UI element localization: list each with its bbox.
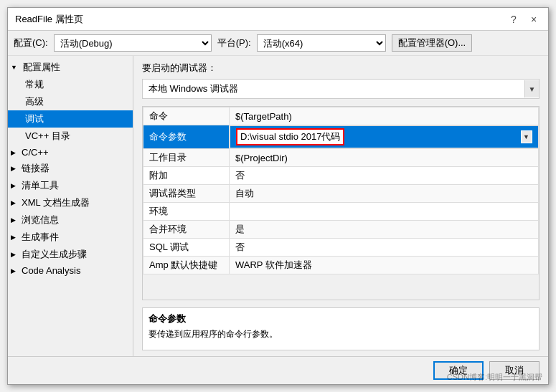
- prop-value-cell: 否: [230, 239, 539, 257]
- sidebar-item-manifest[interactable]: 清单工具: [8, 177, 133, 194]
- sidebar: 配置属性 常规 高级 调试 VC++ 目录 C/C++ 链接器 清单工具: [8, 56, 133, 356]
- prop-name-cell: 命令参数: [143, 125, 230, 149]
- description-area: 命令参数 要传递到应用程序的命令行参数。: [142, 307, 539, 350]
- sidebar-item-linker[interactable]: 链接器: [8, 160, 133, 177]
- prop-value-cell: $(ProjectDir): [230, 149, 539, 167]
- main-area: 配置属性 常规 高级 调试 VC++ 目录 C/C++ 链接器 清单工具: [8, 56, 548, 356]
- dialog: ReadFile 属性页 ? × 配置(C): 活动(Debug) 平台(P):…: [7, 7, 549, 385]
- prop-name-cell: 工作目录: [143, 149, 230, 167]
- debugger-select-row[interactable]: 本地 Windows 调试器 ▼: [142, 79, 539, 99]
- config-manager-button[interactable]: 配置管理器(O)...: [392, 34, 473, 52]
- prop-value-cell: WARP 软件加速器: [230, 257, 539, 274]
- sidebar-item-build-events[interactable]: 生成事件: [8, 229, 133, 246]
- content-area: 要启动的调试器： 本地 Windows 调试器 ▼ 命令$(TargetPath…: [133, 56, 548, 356]
- table-row[interactable]: 环境: [143, 203, 539, 221]
- config-select[interactable]: 活动(Debug): [54, 34, 212, 52]
- sidebar-item-debug[interactable]: 调试: [8, 110, 133, 128]
- watermark: CSDN博客:明明一于黑洞帮: [447, 372, 542, 383]
- title-bar: ReadFile 属性页 ? ×: [8, 8, 548, 31]
- table-row[interactable]: 命令参数D:\visual stdio 2017代码▼: [143, 125, 539, 149]
- properties-table: 命令$(TargetPath)命令参数D:\visual stdio 2017代…: [143, 107, 539, 274]
- sidebar-root[interactable]: 配置属性: [8, 59, 133, 76]
- prop-name-cell: 命令: [143, 107, 230, 125]
- prop-value-cell: 否: [230, 167, 539, 185]
- table-row[interactable]: Amp 默认快捷键WARP 软件加速器: [143, 257, 539, 274]
- dialog-title: ReadFile 属性页: [15, 13, 83, 26]
- debugger-section-label: 要启动的调试器：: [142, 62, 539, 75]
- config-label: 配置(C):: [14, 37, 48, 49]
- debugger-dropdown-arrow[interactable]: ▼: [524, 80, 539, 97]
- table-row[interactable]: 命令$(TargetPath): [143, 107, 539, 125]
- sidebar-item-advanced[interactable]: 高级: [8, 93, 133, 110]
- sidebar-item-cpp[interactable]: C/C++: [8, 145, 133, 160]
- sidebar-item-xml-gen[interactable]: XML 文档生成器: [8, 194, 133, 211]
- prop-value-cell: $(TargetPath): [230, 107, 539, 125]
- prop-value-cell: D:\visual stdio 2017代码▼: [230, 125, 539, 148]
- prop-name-cell: 附加: [143, 167, 230, 185]
- prop-name-cell: 合并环境: [143, 221, 230, 239]
- prop-name-cell: Amp 默认快捷键: [143, 257, 230, 274]
- table-row[interactable]: 合并环境是: [143, 221, 539, 239]
- sidebar-item-custom-build[interactable]: 自定义生成步骤: [8, 246, 133, 263]
- prop-name-cell: SQL 调试: [143, 239, 230, 257]
- help-button[interactable]: ?: [506, 12, 521, 27]
- platform-label: 平台(P):: [217, 37, 251, 49]
- table-row[interactable]: SQL 调试否: [143, 239, 539, 257]
- prop-name-cell: 调试器类型: [143, 185, 230, 203]
- prop-value-cell: 是: [230, 221, 539, 239]
- description-title: 命令参数: [149, 312, 533, 325]
- table-row[interactable]: 调试器类型自动: [143, 185, 539, 203]
- prop-value-cell: 自动: [230, 185, 539, 203]
- sidebar-item-vc-dirs[interactable]: VC++ 目录: [8, 128, 133, 145]
- properties-table-wrapper: 命令$(TargetPath)命令参数D:\visual stdio 2017代…: [142, 106, 539, 300]
- toolbar: 配置(C): 活动(Debug) 平台(P): 活动(x64) 配置管理器(O)…: [8, 31, 548, 56]
- table-row[interactable]: 附加否: [143, 167, 539, 185]
- value-dropdown-arrow[interactable]: ▼: [521, 130, 532, 143]
- prop-value-cell: [230, 203, 539, 221]
- description-text: 要传递到应用程序的命令行参数。: [149, 328, 533, 340]
- sidebar-item-browse[interactable]: 浏览信息: [8, 211, 133, 229]
- sidebar-item-code-analysis[interactable]: Code Analysis: [8, 263, 133, 278]
- highlighted-value: D:\visual stdio 2017代码: [236, 128, 344, 145]
- debugger-select-value: 本地 Windows 调试器: [143, 80, 524, 98]
- close-button[interactable]: ×: [527, 12, 541, 27]
- bottom-bar: 确定 取消 CSDN博客:明明一于黑洞帮: [8, 356, 548, 384]
- table-row[interactable]: 工作目录$(ProjectDir): [143, 149, 539, 167]
- prop-name-cell: 环境: [143, 203, 230, 221]
- sidebar-item-general[interactable]: 常规: [8, 76, 133, 93]
- platform-select[interactable]: 活动(x64): [257, 34, 386, 52]
- title-bar-controls: ? ×: [506, 12, 541, 27]
